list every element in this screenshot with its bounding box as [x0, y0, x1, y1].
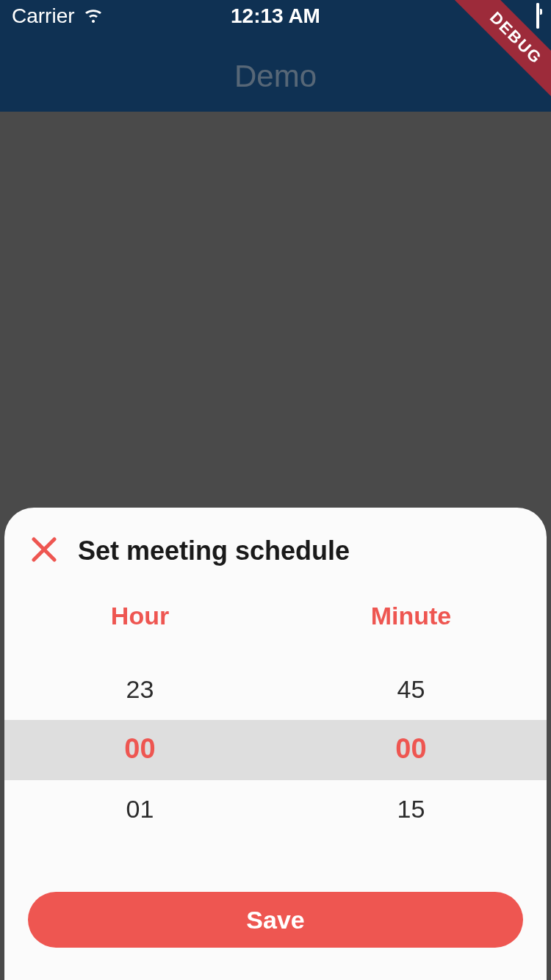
minute-next: 15	[276, 779, 547, 839]
minute-selected: 00	[276, 719, 547, 779]
carrier-label: Carrier	[12, 4, 75, 28]
sheet-header: Set meeting schedule	[4, 536, 547, 602]
close-icon[interactable]	[31, 536, 57, 566]
minute-picker[interactable]: 45 00 15	[276, 660, 547, 839]
wifi-icon	[82, 4, 104, 28]
hour-picker[interactable]: 23 00 01	[4, 660, 276, 839]
hour-next: 01	[4, 779, 276, 839]
hour-selected: 00	[4, 719, 276, 779]
picker-labels: Hour Minute	[4, 602, 547, 660]
status-time: 12:13 AM	[231, 4, 320, 28]
status-left: Carrier	[12, 4, 104, 28]
time-picker: 23 00 01 45 00 15	[4, 660, 547, 839]
battery-icon	[536, 4, 539, 28]
minute-prev: 45	[276, 660, 547, 719]
sheet-title: Set meeting schedule	[78, 536, 350, 566]
status-right	[536, 4, 539, 28]
hour-label: Hour	[4, 602, 276, 630]
hour-prev: 23	[4, 660, 276, 719]
bottom-sheet: Set meeting schedule Hour Minute 23 00 0…	[4, 508, 547, 980]
save-button[interactable]: Save	[28, 892, 523, 948]
minute-label: Minute	[276, 602, 547, 630]
